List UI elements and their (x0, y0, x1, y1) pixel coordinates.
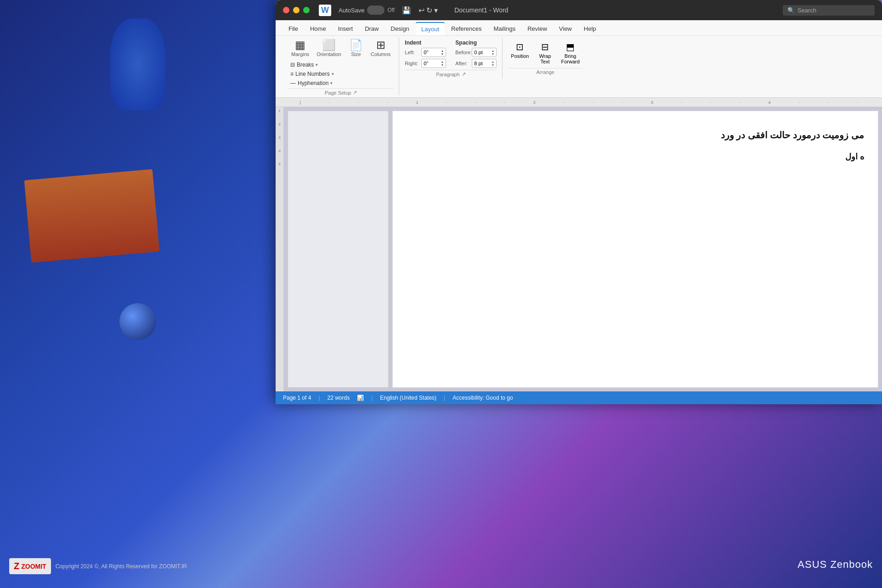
spacing-after-label: After: (455, 61, 470, 66)
paragraph-expand-icon[interactable]: ↗ (462, 71, 466, 77)
bring-forward-label2: Forward (561, 59, 579, 64)
position-label: Position (511, 53, 529, 59)
menu-item-mailings[interactable]: Mailings (488, 23, 521, 35)
vertical-ruler: 1 2 3 4 5 (276, 107, 284, 391)
indent-right-up-icon[interactable]: ▲ (441, 60, 444, 63)
bring-forward-button[interactable]: ⬒ Bring Forward (558, 40, 582, 66)
indent-left-spinner[interactable]: ▲ ▼ (441, 49, 444, 56)
position-icon: ⊡ (516, 41, 524, 52)
indent-left-row: Left: 0" ▲ ▼ (405, 48, 446, 57)
ruler-marks: | · · · 1 · · · 2 · · · 3 · · · 4 · · · (277, 100, 881, 105)
redo-icon[interactable]: ↻ (426, 6, 432, 15)
word-count: 22 words (328, 395, 350, 401)
menu-item-insert[interactable]: Insert (333, 23, 359, 35)
zoomit-logo: Z ZOOMIT (9, 558, 51, 574)
indent-label: Indent (405, 40, 446, 46)
document-title: Document1 - Word (454, 6, 508, 14)
spacing-before-input[interactable]: 0 pt ▲ ▼ (472, 48, 497, 57)
spacing-before-up-icon[interactable]: ▲ (491, 49, 494, 52)
wallpaper-vase-decoration (110, 18, 165, 110)
page-setup-expand-icon[interactable]: ↗ (353, 90, 357, 96)
menu-item-home[interactable]: Home (305, 23, 332, 35)
document-page[interactable]: می زومیت درمورد حالت افقی در ورد ه اول (392, 111, 878, 388)
columns-button[interactable]: ⊞ Columns (368, 38, 393, 59)
maximize-button[interactable] (303, 7, 310, 13)
hyphenation-button[interactable]: — Hyphenation ▾ (288, 79, 336, 87)
document-heading: می زومیت درمورد حالت افقی در ورد (407, 130, 864, 141)
spacing-after-spinner[interactable]: ▲ ▼ (491, 60, 494, 67)
spacing-before-spinner[interactable]: ▲ ▼ (491, 49, 494, 56)
save-icon[interactable]: 💾 (402, 6, 411, 15)
hyphenation-chevron-icon: ▾ (330, 81, 333, 85)
spacing-before-down-icon[interactable]: ▼ (491, 52, 494, 56)
zoomit-branding: Z ZOOMIT Copyright 2024 ©, All Rights Re… (9, 558, 187, 574)
wrap-text-label2: Text (540, 59, 549, 64)
indent-left-down-icon[interactable]: ▼ (441, 52, 444, 56)
columns-icon: ⊞ (376, 40, 385, 51)
menu-item-help[interactable]: Help (578, 23, 602, 35)
spacing-after-input[interactable]: 8 pt ▲ ▼ (472, 59, 497, 68)
breaks-button[interactable]: ⊟ Breaks ▾ (288, 61, 336, 69)
indent-left-up-icon[interactable]: ▲ (441, 49, 444, 52)
breaks-label: Breaks (297, 62, 314, 68)
page-setup-group-label: Page Setup ↗ (288, 88, 393, 96)
size-button[interactable]: 📄 Size (346, 38, 366, 59)
close-button[interactable] (283, 7, 289, 13)
status-separator-2: | (371, 395, 373, 401)
position-button[interactable]: ⊡ Position (508, 40, 531, 66)
orientation-button[interactable]: ⬜ Orientation (314, 38, 344, 59)
columns-label: Columns (371, 51, 390, 57)
arrange-items: ⊡ Position ⊟ Wrap Text ⬒ Bring Forward (508, 40, 582, 66)
status-separator-1: | (318, 395, 320, 401)
menu-item-view[interactable]: View (554, 23, 577, 35)
zoomit-z-icon: Z (14, 561, 19, 571)
document-scroll-area[interactable]: می زومیت درمورد حالت افقی در ورد ه اول (284, 107, 882, 391)
menu-item-review[interactable]: Review (522, 23, 553, 35)
spacing-after-up-icon[interactable]: ▲ (491, 60, 494, 63)
document-subheading: ه اول (407, 152, 864, 162)
breaks-chevron-icon: ▾ (316, 62, 318, 67)
indent-left-input[interactable]: 0" ▲ ▼ (421, 48, 446, 57)
page-setup-group: ▦ Margins ⬜ Orientation 📄 Size ⊞ Columns (283, 38, 399, 96)
menu-item-layout[interactable]: Layout (416, 22, 445, 35)
search-bar[interactable]: 🔍 Search (783, 5, 875, 16)
wrap-text-button[interactable]: ⊟ Wrap Text (533, 40, 556, 66)
autosave-toggle[interactable] (367, 6, 384, 15)
line-numbers-button[interactable]: ≡ Line Numbers ▾ (288, 70, 336, 78)
indent-left-label: Left: (405, 50, 419, 55)
ribbon: File Home Insert Draw Design Layout Refe… (276, 20, 882, 98)
hyphenation-label: Hyphenation (298, 80, 328, 86)
title-bar-controls (283, 7, 310, 13)
wrap-text-label: Wrap (539, 53, 551, 59)
menu-item-references[interactable]: References (446, 23, 487, 35)
size-label: Size (351, 51, 361, 57)
more-options-icon[interactable]: ▾ (434, 6, 438, 15)
spacing-after-down-icon[interactable]: ▼ (491, 63, 494, 67)
menu-bar: File Home Insert Draw Design Layout Refe… (276, 20, 882, 36)
indent-right-down-icon[interactable]: ▼ (441, 63, 444, 67)
line-numbers-chevron-icon: ▾ (332, 72, 334, 76)
arrange-group: ⊡ Position ⊟ Wrap Text ⬒ Bring Forward (503, 38, 588, 77)
spacing-before-value: 0 pt (474, 50, 482, 55)
search-icon: 🔍 (787, 7, 795, 14)
spacing-label: Spacing (455, 40, 497, 46)
status-separator-3: | (444, 395, 445, 401)
margins-label: Margins (291, 51, 309, 57)
arrange-group-label: Arrange (508, 68, 582, 75)
breaks-icon: ⊟ (290, 62, 295, 68)
menu-item-design[interactable]: Design (385, 23, 415, 35)
wallpaper-sphere-decoration (119, 303, 156, 340)
orientation-icon: ⬜ (322, 40, 336, 51)
page-info: Page 1 of 4 (283, 395, 311, 401)
menu-item-draw[interactable]: Draw (359, 23, 384, 35)
title-bar-center: W AutoSave Off 💾 ↩ ↻ ▾ Document1 - Word (310, 5, 783, 16)
indent-right-spinner[interactable]: ▲ ▼ (441, 60, 444, 67)
undo-icon[interactable]: ↩ (418, 6, 424, 15)
margins-button[interactable]: ▦ Margins (288, 38, 312, 59)
autosave-state: Off (387, 7, 395, 13)
indent-right-label: Right: (405, 61, 419, 66)
indent-right-input[interactable]: 0" ▲ ▼ (421, 59, 446, 68)
minimize-button[interactable] (293, 7, 300, 13)
menu-item-file[interactable]: File (283, 23, 304, 35)
page-left-area (288, 111, 389, 388)
